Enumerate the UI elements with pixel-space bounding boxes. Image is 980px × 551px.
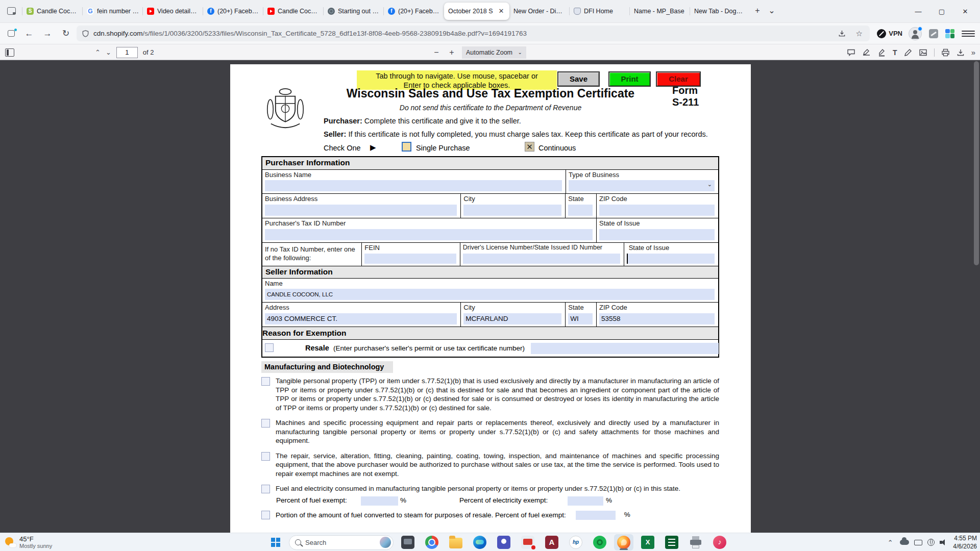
free-text-icon[interactable]: T <box>893 48 897 57</box>
form-print-button[interactable]: Print <box>608 71 651 87</box>
pdf-scrollbar-thumb[interactable] <box>974 61 979 265</box>
taskbar-excel-icon[interactable]: X <box>638 534 657 550</box>
state-of-issue-input[interactable] <box>599 229 715 240</box>
refresh-icon[interactable]: ↻ <box>58 26 74 41</box>
seller-address-input[interactable]: 4903 COMMERCE CT. <box>265 313 457 324</box>
menu-icon[interactable] <box>962 27 975 40</box>
firefox-view-icon[interactable] <box>5 5 18 18</box>
add-image-icon[interactable] <box>919 48 927 57</box>
forward-icon[interactable]: → <box>40 26 55 41</box>
seller-name-input[interactable]: CANDLE COCOON, LLC <box>265 289 715 300</box>
taskbar-teams-icon[interactable] <box>494 534 513 550</box>
resale-checkbox[interactable] <box>265 343 274 352</box>
extension-icon[interactable] <box>929 29 938 38</box>
taskbar-edge-icon[interactable] <box>470 534 489 550</box>
sidebar-panels-icon[interactable] <box>5 27 18 40</box>
tab-new-order-dispatch[interactable]: New Order - Dispatch <box>509 3 570 20</box>
tab-list-dropdown-icon[interactable]: ⌄ <box>765 4 779 18</box>
business-name-input[interactable] <box>265 180 562 191</box>
seller-city-input[interactable]: MCFARLAND <box>463 313 561 324</box>
print-icon[interactable] <box>941 48 950 57</box>
tray-display-icon[interactable] <box>914 540 922 545</box>
continuous-checkbox[interactable]: ✕ <box>525 142 534 152</box>
draw-pen-icon[interactable] <box>904 48 912 57</box>
resale-permit-input[interactable] <box>531 343 719 354</box>
tab-candle-cocoon-1[interactable]: S Candle Cocoon, L <box>22 3 83 20</box>
window-maximize-button[interactable]: ▢ <box>930 0 953 22</box>
start-button[interactable] <box>267 535 284 550</box>
pdf-scrollbar[interactable] <box>974 61 979 529</box>
drivers-license-input[interactable] <box>463 254 620 264</box>
seller-zip-input[interactable]: 53558 <box>599 313 715 324</box>
comment-icon[interactable] <box>847 48 855 57</box>
highlighter-icon[interactable] <box>877 48 886 57</box>
tab-close-icon[interactable]: ✕ <box>497 7 505 15</box>
business-address-input[interactable] <box>265 205 457 216</box>
tab-fein-number[interactable]: G fein number - Go <box>83 3 143 20</box>
vpn-extension[interactable]: VPN <box>877 29 902 38</box>
taskbar-hp-icon[interactable]: hp <box>566 534 585 550</box>
taskbar-search[interactable]: Search <box>289 535 394 550</box>
tax-id-input[interactable] <box>265 229 593 240</box>
zip-input[interactable] <box>599 205 715 216</box>
taskbar-sheets-icon[interactable] <box>662 534 681 550</box>
url-bar[interactable]: cdn.shopify.com/s/files/1/0036/3200/5233… <box>77 26 870 41</box>
single-purchase-checkbox[interactable] <box>402 142 411 152</box>
taskbar-printer-icon[interactable] <box>686 534 705 550</box>
previous-page-icon[interactable]: ⌃ <box>95 48 101 56</box>
tab-candle-cocoon-2[interactable]: Candle Cocoon - <box>263 3 324 20</box>
download-icon[interactable] <box>957 48 965 57</box>
repair-service-checkbox[interactable] <box>261 452 270 461</box>
tab-new-tab-dogdog[interactable]: New Tab - DogDog <box>690 3 750 20</box>
tray-volume-icon[interactable] <box>940 539 948 546</box>
profile-avatar[interactable] <box>909 27 922 40</box>
new-tab-button[interactable]: + <box>750 4 765 18</box>
tab-facebook-2[interactable]: f (20+) Facebook <box>384 3 444 20</box>
type-of-business-select[interactable]: ⌄ <box>569 180 715 191</box>
zoom-select[interactable]: Automatic Zoom ⌄ <box>462 46 526 59</box>
more-tools-icon[interactable]: » <box>971 48 975 57</box>
tab-name-mp-base[interactable]: Name - MP_Base <box>630 3 690 20</box>
save-page-icon[interactable] <box>835 27 848 40</box>
tpp-checkbox[interactable] <box>261 377 270 386</box>
extensions-pinwheel-icon[interactable] <box>945 29 954 38</box>
bookmark-star-icon[interactable]: ☆ <box>852 27 866 40</box>
tab-dfi-home[interactable]: DFI Home <box>570 3 630 20</box>
fein-input[interactable] <box>364 254 456 264</box>
state-of-issue-2-input[interactable] <box>627 254 715 264</box>
tab-october-2018-active[interactable]: October 2018 S ✕ <box>444 3 509 20</box>
taskbar-mail-icon[interactable] <box>518 534 537 550</box>
steam-fuel-exempt-input[interactable] <box>576 511 616 520</box>
weather-widget[interactable]: 45°F Mostly sunny <box>4 533 52 551</box>
fuel-exempt-input[interactable] <box>361 496 398 506</box>
machines-checkbox[interactable] <box>261 419 270 428</box>
taskbar-chrome-icon[interactable] <box>422 534 442 550</box>
taskbar-firefox-icon[interactable] <box>614 534 633 550</box>
taskbar-clock[interactable]: 4:55 PM 4/6/2026 <box>953 534 977 550</box>
form-save-button[interactable]: Save <box>557 71 600 87</box>
taskbar-monitor-app-icon[interactable] <box>398 534 418 550</box>
city-input[interactable] <box>463 205 561 216</box>
fuel-electricity-checkbox[interactable] <box>261 485 270 493</box>
taskbar-music-icon[interactable]: ♪ <box>710 534 729 550</box>
tray-chevron-up-icon[interactable]: ⌃ <box>886 539 895 546</box>
next-page-icon[interactable]: ⌄ <box>106 48 111 56</box>
page-number-input[interactable] <box>116 47 138 58</box>
taskbar-green-app-icon[interactable] <box>590 534 609 550</box>
tray-network-icon[interactable] <box>927 539 935 546</box>
taskbar-access-icon[interactable]: A <box>542 534 561 550</box>
pdf-sidebar-toggle-icon[interactable] <box>5 48 14 57</box>
zoom-in-icon[interactable]: + <box>447 48 457 57</box>
window-close-button[interactable]: ✕ <box>953 0 977 22</box>
state-input[interactable] <box>568 205 593 216</box>
tab-facebook-1[interactable]: f (20+) Facebook <box>203 3 263 20</box>
tab-video-details[interactable]: Video details - Yo <box>143 3 203 20</box>
steam-resale-checkbox[interactable] <box>261 511 270 519</box>
window-minimize-button[interactable]: — <box>906 0 930 22</box>
tray-cloud-icon[interactable] <box>900 540 909 545</box>
signature-icon[interactable] <box>862 48 871 57</box>
back-icon[interactable]: ← <box>21 26 37 41</box>
electricity-exempt-input[interactable] <box>568 496 603 506</box>
taskbar-file-explorer-icon[interactable] <box>446 534 465 550</box>
tab-starting-out[interactable]: Starting out to ge <box>324 3 384 20</box>
